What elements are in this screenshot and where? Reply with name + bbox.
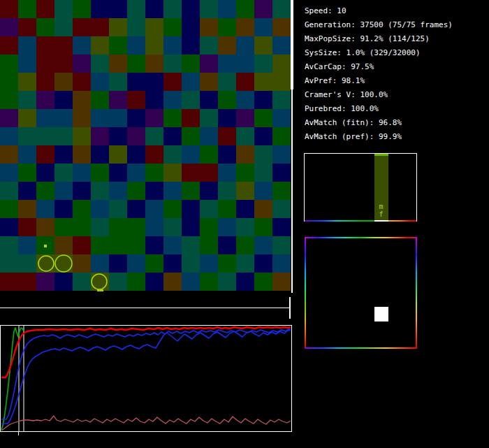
map-cell [182, 236, 200, 254]
map-cell [91, 273, 109, 291]
map-cell [127, 73, 145, 91]
stats-panel: Speed: 10Generation: 37500 (75/75 frames… [305, 4, 453, 144]
map-cell [54, 73, 73, 91]
map-cell [109, 273, 127, 291]
map-cell [200, 182, 218, 200]
morphospace-right-edge [416, 238, 417, 347]
map-cell [18, 236, 36, 254]
map-cell [73, 127, 91, 145]
map-cell [109, 73, 127, 91]
map-cell [272, 182, 291, 200]
map-cell [218, 273, 236, 291]
map-cell [54, 127, 73, 145]
map-cell [18, 127, 36, 145]
map-cell [272, 91, 291, 109]
map-cell [127, 91, 145, 109]
map-cell [109, 164, 127, 182]
map-cell [163, 273, 182, 291]
map-cell [236, 18, 254, 36]
map-cell [272, 254, 291, 273]
map-cell [73, 36, 91, 55]
morphospace-left-edge [305, 238, 306, 347]
map-cell [109, 36, 127, 55]
map-cell [36, 91, 54, 109]
map-cell [145, 164, 163, 182]
map-cell [163, 182, 182, 200]
map-cell [182, 18, 200, 36]
map-cell [163, 145, 182, 164]
map-cell [272, 0, 291, 18]
map-cell [218, 109, 236, 127]
map-cell [18, 164, 36, 182]
map-cell [272, 55, 291, 73]
map-cell [18, 36, 36, 55]
map-cell [236, 182, 254, 200]
horizontal-scrollbar-thumb[interactable] [289, 297, 291, 319]
map-cell [182, 200, 200, 218]
map-cell [73, 164, 91, 182]
map-cell [254, 109, 272, 127]
map-cell [218, 73, 236, 91]
map-cell [18, 273, 36, 291]
map-cell [0, 91, 18, 109]
map-cell [109, 200, 127, 218]
vertical-scrollbar-thumb[interactable] [291, 0, 293, 89]
map-cell [36, 254, 54, 273]
map-cell [36, 164, 54, 182]
map-cell [127, 18, 145, 36]
chart-series-blue-lower [1, 330, 291, 424]
map-cell [218, 91, 236, 109]
map-cell [236, 127, 254, 145]
map-cell [109, 55, 127, 73]
map-cell [272, 18, 291, 36]
map-cell [91, 73, 109, 91]
map-cell [236, 218, 254, 236]
map-cell [218, 0, 236, 18]
map-cell [236, 55, 254, 73]
map-cell [91, 55, 109, 73]
map-cell [254, 182, 272, 200]
map-cell [236, 0, 254, 18]
hue-spectrum-gap [374, 220, 388, 222]
map-cell [254, 36, 272, 55]
map-cell [0, 36, 18, 55]
map-cell [18, 182, 36, 200]
map-cell [127, 109, 145, 127]
map-cell [109, 145, 127, 164]
map-cell [36, 36, 54, 55]
map-cell [0, 182, 18, 200]
chart-series-blue-upper [1, 329, 291, 419]
map-cell [218, 182, 236, 200]
map-cell [200, 36, 218, 55]
map-cell [163, 0, 182, 18]
map-cell [163, 36, 182, 55]
world-map[interactable] [0, 0, 291, 291]
map-cell [127, 127, 145, 145]
map-cell [236, 254, 254, 273]
map-cell [73, 0, 91, 18]
map-cell [54, 218, 73, 236]
map-cell [54, 0, 73, 18]
map-cell [73, 273, 91, 291]
map-cell [163, 18, 182, 36]
map-cell [36, 145, 54, 164]
map-cell [236, 36, 254, 55]
map-cell [200, 73, 218, 91]
map-cell [145, 18, 163, 36]
map-cell [91, 145, 109, 164]
map-cell [163, 109, 182, 127]
map-cell [254, 91, 272, 109]
map-cell [182, 109, 200, 127]
chart-series-top-red [1, 327, 291, 377]
map-cell [182, 254, 200, 273]
map-cell [36, 127, 54, 145]
map-cell [218, 18, 236, 36]
map-cell [218, 145, 236, 164]
map-cell [54, 200, 73, 218]
map-cell [0, 18, 18, 36]
map-cell [145, 109, 163, 127]
map-cell [91, 127, 109, 145]
sex-ratio-bar-cap [374, 154, 388, 156]
map-cell [91, 236, 109, 254]
horizontal-scrollbar-track[interactable] [0, 308, 291, 308]
